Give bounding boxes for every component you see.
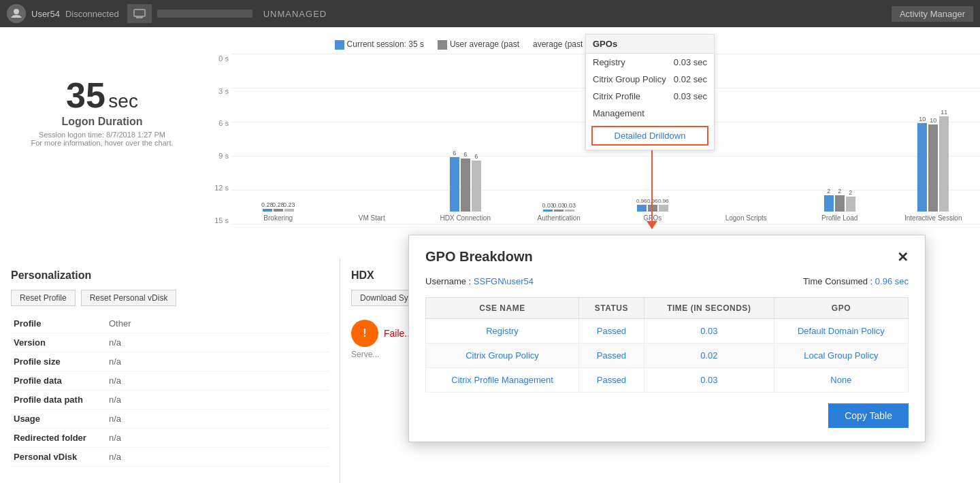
status-passed-2: Passed (579, 344, 644, 368)
modal-title: GPO Breakdown (425, 249, 533, 265)
time-registry: 0.03 (644, 319, 774, 344)
activity-manager-button[interactable]: Activity Manager (892, 6, 973, 22)
personalization-panel: Personalization Reset Profile Reset Pers… (0, 259, 340, 483)
gpo-tooltip: GPOs Registry 0.03 sec Citrix Group Poli… (585, 34, 715, 150)
logon-session-time: Session logon time: 8/7/2018 1:27 PM (14, 131, 191, 139)
table-row: Versionn/a (11, 333, 329, 352)
logon-duration-number: 35 (66, 76, 105, 115)
status-passed: Passed (579, 319, 644, 344)
modal-username: Username : SSFGN\user54 (425, 276, 534, 286)
hdx-group[interactable]: 6 6 6 HDX Connection (419, 54, 512, 222)
legend-current-box (335, 40, 344, 50)
connection-status: Disconnected (65, 9, 119, 19)
chart-yaxis: 15 s 12 s 9 s 6 s 3 s 0 s (204, 54, 231, 238)
cse-citrix-gp: Citrix Group Policy (426, 344, 579, 368)
col-status: STATUS (579, 298, 644, 319)
monitor-icon[interactable] (127, 4, 152, 23)
gpo-local-group: Local Group Policy (774, 344, 908, 368)
username-label: Username : (425, 276, 471, 286)
legend-current-label: Current session: 35 s (347, 39, 424, 49)
managed-status: UNMANAGED (263, 9, 327, 19)
personalization-table: ProfileOther Versionn/a Profile sizen/a … (11, 314, 329, 467)
gpo-default-domain: Default Domain Policy (774, 319, 908, 344)
table-row: Usagen/a (11, 410, 329, 429)
legend-avg-label: User average (past (450, 39, 519, 49)
table-row: Registry Passed 0.03 Default Domain Poli… (426, 319, 909, 344)
modal-header: GPO Breakdown ✕ (425, 249, 909, 265)
table-row: Citrix Group Policy Passed 0.02 Local Gr… (426, 344, 909, 368)
time-citrix-gp: 0.02 (644, 344, 774, 368)
time-value: 0.96 sec (875, 276, 909, 286)
user-info: User54 Disconnected (7, 4, 119, 23)
topbar: User54 Disconnected UNMANAGED Activity M… (0, 0, 980, 27)
modal-close-button[interactable]: ✕ (897, 249, 909, 265)
svg-point-0 (14, 9, 19, 14)
table-row: Profile data pathn/a (11, 390, 329, 410)
logon-duration-label: Logon Duration (14, 116, 191, 128)
personalization-title: Personalization (11, 269, 329, 282)
tooltip-title: GPOs (586, 35, 714, 54)
progress-bar (157, 10, 252, 18)
gpo-table: CSE NAME STATUS TIME (IN SECONDS) GPO Re… (425, 297, 909, 393)
gpo-none: None (774, 368, 908, 393)
svg-rect-1 (134, 10, 145, 16)
avatar (7, 4, 26, 23)
copy-table-button[interactable]: Copy Table (828, 403, 909, 428)
chart-legend: Current session: 35 s User average (past… (0, 34, 966, 52)
modal-time-consumed: Time Consumed : 0.96 sec (803, 276, 909, 286)
table-row: Citrix Profile Management Passed 0.03 No… (426, 368, 909, 393)
time-citrix-pm: 0.03 (644, 368, 774, 393)
table-row: Redirected foldern/a (11, 429, 329, 448)
status-passed-3: Passed (579, 368, 644, 393)
logon-hint: For more information, hover over the cha… (14, 139, 191, 147)
vmstart-group[interactable]: VM Start (325, 54, 419, 222)
logon-duration-panel: 35 sec Logon Duration Session logon time… (0, 61, 204, 161)
col-time: TIME (IN SECONDS) (644, 298, 774, 319)
tooltip-citrix-pm-row: Citrix Profile0.03 sec (586, 88, 714, 105)
time-label: Time Consumed : (803, 276, 872, 286)
col-gpo: GPO (774, 298, 908, 319)
reset-personal-vdisk-button[interactable]: Reset Personal vDisk (81, 290, 177, 306)
detailed-drilldown-button[interactable]: Detailed Drilldown (591, 126, 708, 146)
tooltip-citrix-gp-row: Citrix Group Policy 0.02 sec (586, 71, 714, 88)
interactive-session-group[interactable]: 10 10 11 Interactive Session (887, 54, 981, 222)
failed-icon: ! (351, 320, 378, 347)
table-row: Profile datan/a (11, 371, 329, 390)
table-row: Profile sizen/a (11, 352, 329, 371)
table-row: ProfileOther (11, 314, 329, 333)
table-row: Personal vDiskn/a (11, 448, 329, 467)
tooltip-registry-row: Registry 0.03 sec (586, 54, 714, 71)
modal-footer: Copy Table (425, 403, 909, 428)
profile-load-group[interactable]: 2 2 2 Profile Load (793, 54, 887, 222)
gpo-breakdown-modal: GPO Breakdown ✕ Username : SSFGN\user54 … (408, 235, 926, 442)
col-cse-name: CSE NAME (426, 298, 579, 319)
brokering-group[interactable]: 0.28 0.28 0.23 Brokering (231, 54, 325, 222)
logon-duration-unit: sec (108, 90, 138, 112)
reset-profile-button[interactable]: Reset Profile (11, 290, 76, 306)
personalization-buttons: Reset Profile Reset Personal vDisk (11, 290, 329, 306)
username: User54 (31, 9, 60, 19)
chart-area: Current session: 35 s User average (past… (0, 27, 980, 259)
legend-avg-box (438, 40, 447, 50)
modal-meta: Username : SSFGN\user54 Time Consumed : … (425, 276, 909, 286)
cse-registry: Registry (426, 319, 579, 344)
username-value: SSFGN\user54 (474, 276, 534, 286)
cse-citrix-pm: Citrix Profile Management (426, 368, 579, 393)
